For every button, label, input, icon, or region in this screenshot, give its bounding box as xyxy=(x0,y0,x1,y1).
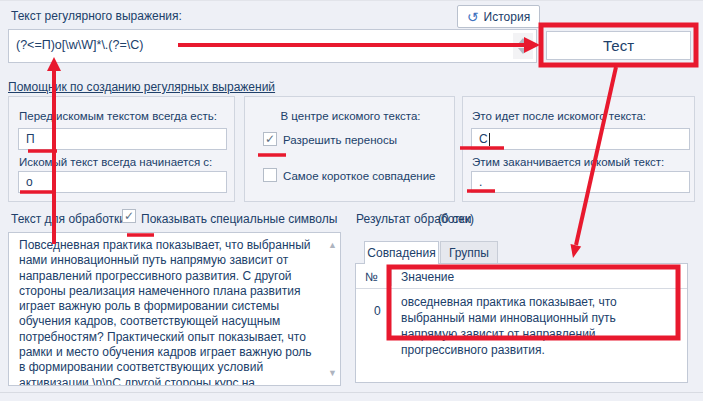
tab-matches[interactable]: Совпадения xyxy=(364,241,439,264)
check-icon: ✓ xyxy=(265,132,275,146)
history-button[interactable]: ↺ История xyxy=(457,5,540,28)
before-input[interactable]: П xyxy=(18,128,227,150)
result-table[interactable]: № Значение 0 овседневная практика показы… xyxy=(355,263,688,383)
ends-label: Этим заканчивается искомый текст: xyxy=(472,156,664,168)
match-number: 0 xyxy=(374,304,381,318)
ends-value: . xyxy=(479,175,482,189)
shortest-match-label: Самое короткое совпадение xyxy=(283,170,436,182)
helper-title[interactable]: Помощник по созданию регулярных выражени… xyxy=(8,80,275,94)
table-header: № Значение xyxy=(356,264,687,289)
show-special-checkbox[interactable]: ✓ xyxy=(122,209,136,223)
after-label: Это идет после искомого текста: xyxy=(472,110,646,122)
before-value: П xyxy=(26,132,35,146)
result-time: (0 сек) xyxy=(438,212,474,226)
column-header-num: № xyxy=(365,270,378,284)
helper-panel-center: В центре искомого текста: ✓ Разрешить пе… xyxy=(244,96,455,202)
regex-label: Текст регулярного выражения: xyxy=(11,9,182,23)
history-button-label: История xyxy=(484,10,531,24)
helper-panel-before: Перед искомым текстом всегда есть: П Иск… xyxy=(8,96,235,202)
source-label: Текст для обработки xyxy=(11,212,126,226)
column-separator xyxy=(391,267,392,286)
history-icon: ↺ xyxy=(467,10,479,24)
spinner-up-icon[interactable] xyxy=(518,38,528,44)
match-value: овседневная практика показывает, что выб… xyxy=(401,294,673,358)
regex-input[interactable]: (?<=П)о[\w\W]*\.(?=\С) xyxy=(8,29,537,63)
annotation-arrow-down-head xyxy=(571,244,582,258)
show-special-label: Показывать специальные символы xyxy=(141,212,337,226)
after-value: С xyxy=(479,132,488,146)
column-header-value: Значение xyxy=(401,270,454,284)
allow-breaks-checkbox[interactable]: ✓ xyxy=(263,132,277,146)
allow-breaks-label: Разрешить переносы xyxy=(283,134,397,146)
starts-value: о xyxy=(26,175,33,189)
scroll-up-icon[interactable]: ▲ xyxy=(328,240,337,250)
tab-groups[interactable]: Группы xyxy=(440,241,498,264)
check-icon: ✓ xyxy=(124,209,134,223)
test-button[interactable]: Тест xyxy=(546,31,691,60)
source-textarea[interactable]: Повседневная практика показывает, что вы… xyxy=(8,232,341,386)
regex-value: (?<=П)о[\w\W]*\.(?=\С) xyxy=(16,38,143,52)
spinner-down-icon[interactable] xyxy=(518,48,528,54)
before-label: Перед искомым текстом всегда есть: xyxy=(19,110,217,122)
text-cursor xyxy=(489,133,490,146)
ends-input[interactable]: . xyxy=(471,171,690,193)
regex-tester-window: Текст регулярного выражения: ↺ История (… xyxy=(0,0,703,401)
groupbox-bottom-border xyxy=(0,392,703,393)
shortest-match-checkbox[interactable] xyxy=(263,168,277,182)
starts-input[interactable]: о xyxy=(18,171,227,193)
after-input[interactable]: С xyxy=(471,128,690,150)
scroll-down-icon[interactable]: ▼ xyxy=(328,368,337,378)
center-label: В центре искомого текста: xyxy=(245,110,456,122)
helper-panel-after: Это идет после искомого текста: С Этим з… xyxy=(462,96,695,202)
source-text: Повседневная практика показывает, что вы… xyxy=(19,238,319,386)
starts-label: Искомый текст всегда начинается с: xyxy=(19,156,212,168)
regex-spinner[interactable] xyxy=(513,33,533,59)
